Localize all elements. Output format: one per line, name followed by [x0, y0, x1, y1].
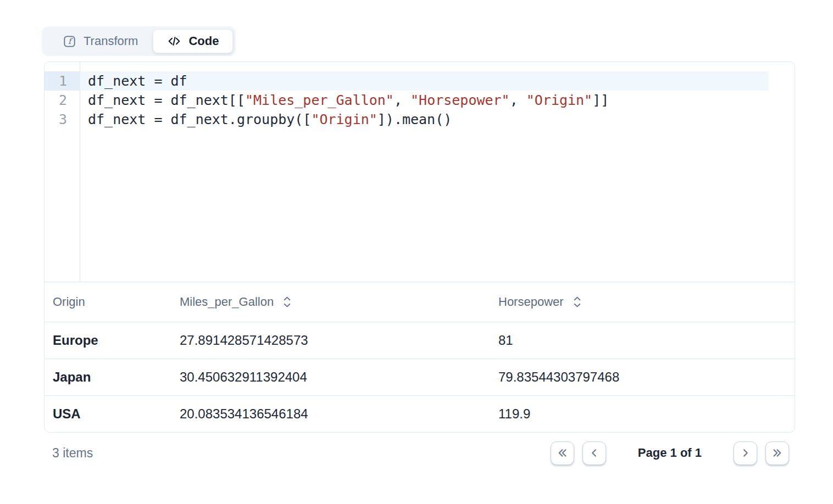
cell-origin: Europe: [53, 333, 180, 348]
cell-origin: Japan: [53, 369, 180, 385]
code-line-content: df_next = df_next.groupby(["Origin"]).me…: [80, 110, 769, 129]
cell-horsepower: 119.9: [498, 406, 795, 422]
function-icon: f: [63, 35, 76, 48]
view-mode-tabs: f Transform Code: [42, 26, 236, 56]
transform-panel: 1 df_next = df 2 df_next = df_next[["Mil…: [44, 61, 795, 433]
items-count: 3 items: [44, 446, 93, 461]
pagination: Page 1 of 1: [551, 441, 795, 465]
last-page-button[interactable]: [765, 441, 789, 465]
chevron-right-icon: [738, 446, 753, 460]
column-header-origin[interactable]: Origin: [53, 295, 180, 309]
column-header-miles-per-gallon[interactable]: Miles_per_Gallon: [180, 295, 498, 309]
table-footer: 3 items Page 1 of 1: [44, 439, 795, 467]
code-line: 2 df_next = df_next[["Miles_per_Gallon",…: [45, 91, 795, 110]
chevron-left-icon: [587, 446, 601, 460]
line-number: 3: [45, 110, 80, 129]
cell-miles-per-gallon: 20.083534136546184: [180, 406, 498, 422]
code-icon: [167, 34, 181, 48]
code-line: 3 df_next = df_next.groupby(["Origin"]).…: [45, 110, 795, 129]
table-row: USA 20.083534136546184 119.9: [45, 395, 795, 432]
chevrons-right-icon: [770, 446, 785, 460]
column-header-label: Origin: [53, 295, 85, 309]
chevrons-left-icon: [555, 446, 569, 460]
cell-horsepower: 79.83544303797468: [498, 369, 795, 385]
next-page-button[interactable]: [734, 441, 757, 465]
tab-transform[interactable]: f Transform: [45, 34, 153, 48]
first-page-button[interactable]: [551, 441, 574, 465]
table-row: Europe 27.891428571428573 81: [45, 322, 795, 359]
code-line-content: df_next = df: [80, 71, 769, 91]
cell-horsepower: 81: [498, 333, 795, 348]
line-number: 2: [45, 91, 80, 110]
previous-page-button[interactable]: [582, 441, 606, 465]
tab-transform-label: Transform: [84, 34, 138, 48]
page-indicator: Page 1 of 1: [638, 446, 702, 460]
cell-miles-per-gallon: 30.450632911392404: [180, 369, 498, 385]
code-line: 1 df_next = df: [45, 71, 795, 91]
svg-text:f: f: [68, 36, 73, 46]
tab-code[interactable]: Code: [153, 29, 233, 53]
cell-origin: USA: [53, 406, 180, 422]
column-header-horsepower[interactable]: Horsepower: [498, 295, 795, 309]
table-row: Japan 30.450632911392404 79.835443037974…: [45, 359, 795, 395]
line-number: 1: [45, 71, 80, 91]
tab-code-label: Code: [188, 34, 219, 48]
column-header-label: Horsepower: [498, 295, 564, 309]
table-header-row: Origin Miles_per_Gallon Horsepower: [45, 282, 795, 322]
column-header-label: Miles_per_Gallon: [180, 295, 274, 309]
sort-icon[interactable]: [573, 296, 581, 308]
sort-icon[interactable]: [283, 296, 291, 308]
code-editor[interactable]: 1 df_next = df 2 df_next = df_next[["Mil…: [45, 62, 795, 282]
code-line-content: df_next = df_next[["Miles_per_Gallon", "…: [80, 91, 769, 110]
cell-miles-per-gallon: 27.891428571428573: [180, 333, 498, 348]
